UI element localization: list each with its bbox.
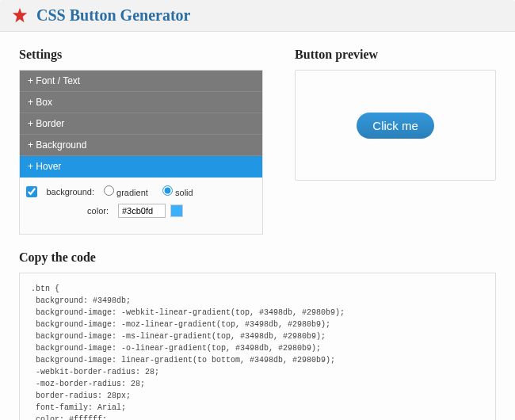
- preview-button[interactable]: Click me: [357, 113, 434, 139]
- svg-marker-0: [13, 7, 27, 21]
- code-heading: Copy the code: [19, 250, 496, 265]
- accordion-box[interactable]: + Box: [20, 92, 262, 113]
- code-output[interactable]: .btn { background: #3498db; background-i…: [19, 273, 496, 420]
- star-icon: [11, 7, 29, 25]
- hover-color-swatch[interactable]: [170, 204, 183, 217]
- accordion-border[interactable]: + Border: [20, 113, 262, 135]
- accordion-font-text[interactable]: + Font / Text: [20, 71, 262, 92]
- accordion-hover[interactable]: + Hover: [20, 156, 262, 178]
- hover-color-input[interactable]: [118, 204, 166, 218]
- preview-box: Click me: [295, 70, 496, 181]
- hover-bg-solid-option[interactable]: solid: [162, 185, 193, 197]
- accordion-background[interactable]: + Background: [20, 135, 262, 156]
- hover-bg-gradient-radio[interactable]: [104, 185, 114, 196]
- hover-bg-gradient-option[interactable]: gradient: [104, 185, 148, 197]
- settings-panel: + Font / Text + Box + Border + Backgroun…: [19, 70, 263, 235]
- hover-bg-gradient-label: gradient: [116, 188, 148, 197]
- hover-bg-label: background:: [42, 187, 99, 197]
- hover-enable-checkbox[interactable]: [26, 186, 37, 197]
- settings-heading: Settings: [19, 48, 263, 62]
- header-bar: CSS Button Generator: [0, 0, 515, 32]
- app-title: CSS Button Generator: [36, 6, 190, 25]
- hover-color-label: color:: [42, 206, 113, 216]
- hover-bg-solid-label: solid: [175, 188, 193, 197]
- hover-settings-body: background: gradient solid color:: [20, 178, 262, 234]
- hover-bg-solid-radio[interactable]: [162, 185, 173, 196]
- preview-heading: Button preview: [295, 48, 496, 62]
